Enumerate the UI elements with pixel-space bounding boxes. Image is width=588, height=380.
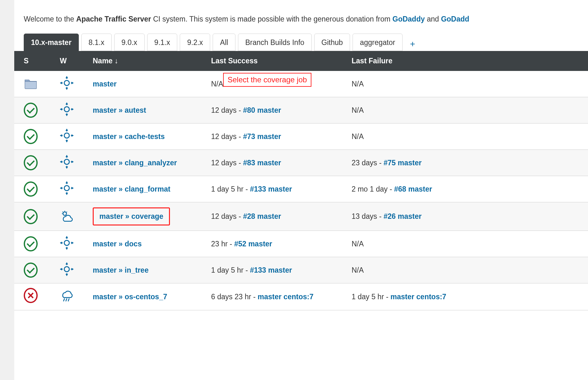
svg-point-9 — [64, 107, 69, 112]
sunny-icon — [60, 236, 74, 250]
tab-8-1-x[interactable]: 8.1.x — [81, 34, 112, 51]
svg-marker-55 — [66, 236, 68, 238]
godaddy-link-1[interactable]: GoDaddy — [392, 15, 425, 23]
build-link[interactable]: #28 master — [243, 212, 281, 220]
build-link[interactable]: #75 master — [384, 159, 422, 167]
table-row: master » docs23 hr - #52 masterN/A — [14, 231, 588, 257]
job-link[interactable]: master — [93, 80, 116, 88]
tab-10-x-master[interactable]: 10.x-master — [24, 34, 79, 51]
status-fail-icon — [24, 288, 38, 302]
status-success-icon — [24, 182, 38, 196]
status-success-icon — [24, 263, 38, 277]
table-row: master » os-centos_76 days 23 hr - maste… — [14, 283, 588, 310]
col-weather[interactable]: W — [56, 51, 89, 71]
add-tab-button[interactable]: + — [405, 36, 420, 51]
svg-marker-6 — [66, 88, 68, 90]
svg-point-0 — [64, 80, 69, 86]
table-row: master » cache-tests12 days - #73 master… — [14, 124, 588, 150]
sunny-icon — [60, 262, 74, 276]
build-link[interactable]: #133 master — [250, 185, 292, 193]
job-link[interactable]: master » docs — [93, 240, 142, 248]
tab-9-2-x[interactable]: 9.2.x — [180, 34, 210, 51]
job-link[interactable]: master » autest — [93, 106, 146, 114]
svg-marker-23 — [66, 129, 68, 131]
status-success-icon — [24, 103, 38, 117]
tab-branch-builds-info[interactable]: Branch Builds Info — [238, 34, 312, 51]
svg-point-50 — [64, 240, 69, 245]
folder-icon — [24, 76, 38, 90]
build-link[interactable]: #68 master — [394, 185, 432, 193]
svg-marker-24 — [66, 140, 68, 142]
col-status[interactable]: S — [14, 51, 56, 71]
tab-all[interactable]: All — [213, 34, 235, 51]
rain-icon — [60, 289, 74, 303]
svg-marker-26 — [72, 134, 74, 137]
partly-cloudy-icon — [60, 209, 74, 223]
col-name[interactable]: Name — [89, 51, 207, 71]
sunny-icon — [60, 129, 74, 142]
tab-9-1-x[interactable]: 9.1.x — [147, 34, 178, 51]
intro-text: Welcome to the Apache Traffic Server CI … — [14, 0, 588, 34]
svg-marker-14 — [66, 102, 68, 104]
svg-point-27 — [64, 159, 69, 164]
svg-point-18 — [64, 133, 69, 138]
svg-marker-64 — [66, 262, 68, 264]
svg-point-36 — [64, 186, 69, 191]
svg-line-68 — [64, 299, 65, 301]
svg-marker-41 — [66, 181, 68, 183]
branch-tabs: 10.x-master8.1.x9.0.x9.1.x9.2.xAllBranch… — [14, 34, 588, 51]
sunny-icon — [60, 102, 74, 116]
svg-marker-44 — [72, 187, 74, 189]
svg-marker-5 — [66, 76, 68, 78]
build-link[interactable]: master centos:7 — [391, 293, 446, 301]
svg-marker-67 — [72, 268, 74, 270]
svg-marker-58 — [72, 242, 74, 244]
build-link[interactable]: #83 master — [243, 159, 281, 167]
build-link[interactable]: #52 master — [234, 240, 272, 248]
col-last-success[interactable]: Last Success — [207, 51, 348, 71]
build-link[interactable]: #80 master — [243, 106, 281, 114]
job-link[interactable]: master » clang_analyzer — [93, 159, 177, 167]
svg-line-70 — [68, 299, 69, 301]
sunny-icon — [60, 155, 74, 169]
svg-marker-35 — [72, 161, 74, 163]
svg-line-48 — [62, 212, 63, 212]
svg-line-69 — [66, 299, 67, 301]
jobs-table: S W Name Last Success Last Failure maste… — [14, 51, 588, 310]
tab-aggregator[interactable]: aggregator — [353, 34, 402, 51]
svg-marker-15 — [66, 114, 68, 116]
table-row: master » autest12 days - #80 masterN/A — [14, 97, 588, 124]
job-link[interactable]: master » clang_format — [93, 185, 170, 193]
annotation-callout: Select the coverage job — [223, 73, 311, 87]
svg-marker-7 — [60, 82, 62, 84]
col-last-failure[interactable]: Last Failure — [348, 51, 588, 71]
svg-marker-32 — [66, 155, 68, 157]
job-link[interactable]: master » in_tree — [93, 266, 148, 274]
svg-line-49 — [66, 212, 67, 212]
status-success-icon — [24, 237, 38, 251]
svg-marker-57 — [60, 242, 62, 244]
svg-marker-25 — [60, 134, 62, 137]
svg-marker-66 — [60, 268, 62, 270]
status-success-icon — [24, 156, 38, 170]
table-row: master » in_tree1 day 5 hr - #133 master… — [14, 257, 588, 283]
svg-marker-43 — [60, 187, 62, 189]
job-link[interactable]: master » os-centos_7 — [93, 293, 167, 301]
svg-marker-33 — [66, 167, 68, 169]
tab-9-0-x[interactable]: 9.0.x — [114, 34, 145, 51]
build-link[interactable]: master centos:7 — [258, 293, 313, 301]
build-link[interactable]: #26 master — [384, 212, 422, 220]
svg-marker-16 — [60, 108, 62, 111]
job-link[interactable]: master » coverage — [99, 212, 163, 220]
svg-marker-8 — [72, 82, 74, 84]
status-success-icon — [24, 130, 38, 143]
status-success-icon — [24, 210, 38, 224]
build-link[interactable]: #133 master — [250, 266, 292, 274]
godaddy-link-2[interactable]: GoDadd — [441, 15, 469, 23]
job-link[interactable]: master » cache-tests — [93, 132, 165, 141]
svg-marker-34 — [60, 161, 62, 163]
tab-github[interactable]: Github — [314, 34, 350, 51]
build-link[interactable]: #73 master — [243, 132, 281, 141]
svg-marker-42 — [66, 193, 68, 195]
svg-point-45 — [63, 212, 66, 215]
